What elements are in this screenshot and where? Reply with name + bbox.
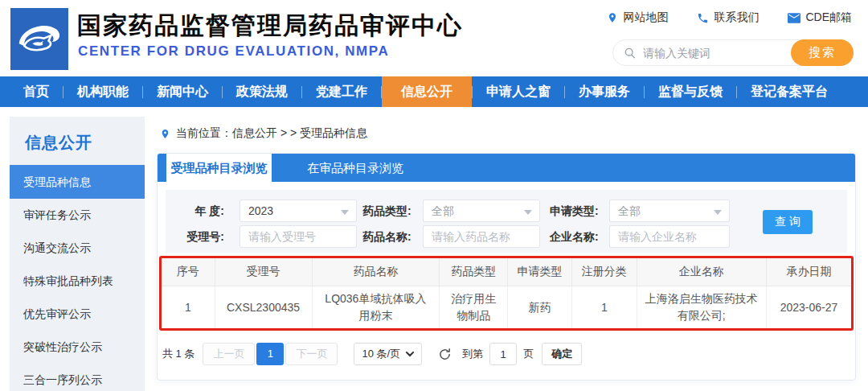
main-navbar: 首页 机构职能 新闻中心 政策法规 党建工作 信息公开 申请人之窗 办事服务 监… — [0, 76, 868, 107]
cell-date: 2023-06-27 — [766, 286, 851, 328]
accept-no-input[interactable] — [240, 225, 357, 248]
year-label: 年 度: — [166, 200, 224, 222]
site-header: 国家药品监督管理局药品审评中心 CENTER FOR DRUG EVALUATI… — [0, 0, 868, 76]
nav-item-services[interactable]: 办事服务 — [565, 76, 644, 107]
nav-item-registration-platform[interactable]: 登记备案平台 — [737, 76, 841, 107]
cde-mail-link[interactable]: CDE邮箱 — [788, 10, 852, 25]
cde-mail-link-label: CDE邮箱 — [805, 10, 852, 25]
header-utility-links: 网站地图 联系我们 CDE邮箱 — [607, 10, 852, 25]
confirm-button[interactable]: 确定 — [542, 343, 582, 365]
cell-reg-class: 1 — [571, 286, 637, 328]
goto-label: 到第 — [462, 347, 483, 361]
phone-icon — [697, 12, 709, 24]
site-search: 搜索 — [612, 39, 854, 66]
goto-page-input[interactable] — [489, 343, 517, 365]
sidebar-item-communication[interactable]: 沟通交流公示 — [10, 232, 145, 265]
page-number-1[interactable]: 1 — [256, 343, 284, 365]
nav-item-functions[interactable]: 机构职能 — [63, 76, 142, 107]
cell-apply-type: 新药 — [508, 286, 572, 328]
col-header-reg-class: 注册分类 — [571, 258, 637, 286]
sitemap-link-label: 网站地图 — [623, 10, 668, 25]
cde-website-page: 国家药品监督管理局药品审评中心 CENTER FOR DRUG EVALUATI… — [0, 0, 868, 391]
accept-no-label: 受理号: — [166, 225, 224, 248]
col-header-apply-type: 申请类型 — [508, 258, 572, 286]
year-select-value: 2023 — [248, 204, 273, 217]
search-button[interactable]: 搜索 — [791, 39, 854, 66]
chevron-down-icon — [341, 210, 349, 215]
sidebar-item-accepted-varieties[interactable]: 受理品种信息 — [10, 165, 145, 199]
search-icon — [624, 47, 637, 60]
table-row[interactable]: 1 CXSL2300435 LQ036单域抗体吸入用粉末 治疗用生物制品 新药 … — [162, 286, 851, 328]
mail-icon — [788, 13, 800, 23]
cell-company: 上海洛启生物医药技术有限公司; — [637, 286, 766, 328]
tab-accepted-catalog[interactable]: 受理品种目录浏览 — [166, 154, 272, 182]
page-size-select[interactable]: 10 条/页 — [354, 343, 422, 365]
drug-type-select-value: 全部 — [432, 204, 454, 217]
sidebar-item-three-in-one[interactable]: 三合一序列公示 — [10, 364, 145, 391]
refresh-button[interactable] — [438, 348, 452, 361]
nav-item-party-building[interactable]: 党建工作 — [302, 76, 381, 107]
filter-panel: 年 度: 2023 药品类型: 全部 申请类型: 全部 受理号: 药品名称: 企… — [166, 190, 847, 253]
cell-accept-no: CXSL2300435 — [215, 286, 312, 328]
drug-type-label: 药品类型: — [362, 200, 408, 222]
swan-logo-icon — [10, 8, 68, 70]
page-size-value: 10 条/页 — [362, 344, 400, 364]
chevron-down-icon — [714, 210, 722, 215]
results-table: 序号 受理号 药品名称 药品类型 申请类型 注册分类 企业名称 承办日期 1 C… — [162, 258, 851, 328]
sidebar-title: 信息公开 — [10, 117, 145, 165]
drug-type-select[interactable]: 全部 — [423, 200, 540, 222]
company-name-input[interactable] — [609, 225, 730, 248]
col-header-date: 承办日期 — [766, 258, 851, 286]
refresh-icon — [438, 348, 452, 361]
year-select[interactable]: 2023 — [240, 200, 357, 222]
nav-item-supervision-feedback[interactable]: 监督与反馈 — [645, 76, 736, 107]
cell-seq: 1 — [162, 286, 215, 328]
cell-drug-type: 治疗用生物制品 — [440, 286, 508, 328]
nav-item-news[interactable]: 新闻中心 — [143, 76, 222, 107]
company-name-label: 企业名称: — [550, 225, 596, 248]
nav-item-policies[interactable]: 政策法规 — [223, 76, 301, 107]
location-pin-icon — [160, 128, 170, 140]
contact-us-link-label: 联系我们 — [714, 10, 759, 25]
site-subtitle: CENTER FOR DRUG EVALUATION, NMPA — [78, 43, 389, 60]
cell-drug-name: LQ036单域抗体吸入用粉末 — [312, 286, 440, 328]
chevron-down-icon — [524, 210, 532, 215]
breadcrumb: 当前位置：信息公开 > > 受理品种信息 — [160, 126, 367, 141]
next-page-button[interactable]: 下一页 — [285, 343, 338, 365]
sidebar-item-priority-review[interactable]: 优先审评公示 — [10, 298, 145, 331]
cde-logo[interactable] — [10, 8, 68, 70]
tab-under-review-catalog[interactable]: 在审品种目录浏览 — [288, 154, 423, 182]
results-table-annotation: 序号 受理号 药品名称 药品类型 申请类型 注册分类 企业名称 承办日期 1 C… — [159, 256, 854, 331]
apply-type-select-value: 全部 — [618, 204, 641, 217]
goto-unit-label: 页 — [523, 347, 534, 361]
sidebar-item-special-approval[interactable]: 特殊审批品种列表 — [10, 265, 145, 298]
drug-name-label: 药品名称: — [362, 225, 408, 248]
table-header-row: 序号 受理号 药品名称 药品类型 申请类型 注册分类 企业名称 承办日期 — [162, 258, 851, 286]
col-header-company: 企业名称 — [637, 258, 766, 286]
col-header-seq: 序号 — [162, 258, 215, 286]
col-header-drug-type: 药品类型 — [440, 258, 508, 286]
contact-us-link[interactable]: 联系我们 — [697, 10, 759, 25]
nav-item-information-disclosure[interactable]: 信息公开 — [382, 76, 472, 107]
query-button[interactable]: 查询 — [763, 210, 813, 234]
sidebar-item-breakthrough-therapy[interactable]: 突破性治疗公示 — [10, 331, 145, 364]
nav-item-applicant-window[interactable]: 申请人之窗 — [473, 76, 564, 107]
sidebar: 信息公开 受理品种信息 审评任务公示 沟通交流公示 特殊审批品种列表 优先审评公… — [10, 117, 145, 391]
apply-type-select[interactable]: 全部 — [609, 200, 730, 222]
col-header-drug-name: 药品名称 — [312, 258, 440, 286]
col-header-accept-no: 受理号 — [215, 258, 312, 286]
site-title: 国家药品监督管理局药品审评中心 — [77, 10, 463, 43]
tab-bar: 受理品种目录浏览 在审品种目录浏览 — [158, 154, 855, 182]
breadcrumb-label: 当前位置：信息公开 > > 受理品种信息 — [176, 126, 367, 141]
chevron-down-icon — [406, 352, 414, 357]
apply-type-label: 申请类型: — [550, 200, 596, 222]
prev-page-button[interactable]: 上一页 — [203, 343, 255, 365]
map-pin-icon — [607, 11, 618, 24]
total-count: 共 1 条 — [162, 347, 194, 361]
drug-name-input[interactable] — [423, 225, 540, 248]
pagination: 共 1 条 上一页 1 下一页 10 条/页 到第 页 确定 — [162, 343, 582, 365]
sidebar-item-review-tasks[interactable]: 审评任务公示 — [10, 199, 145, 232]
sitemap-link[interactable]: 网站地图 — [607, 10, 668, 25]
nav-item-home[interactable]: 首页 — [10, 76, 63, 107]
